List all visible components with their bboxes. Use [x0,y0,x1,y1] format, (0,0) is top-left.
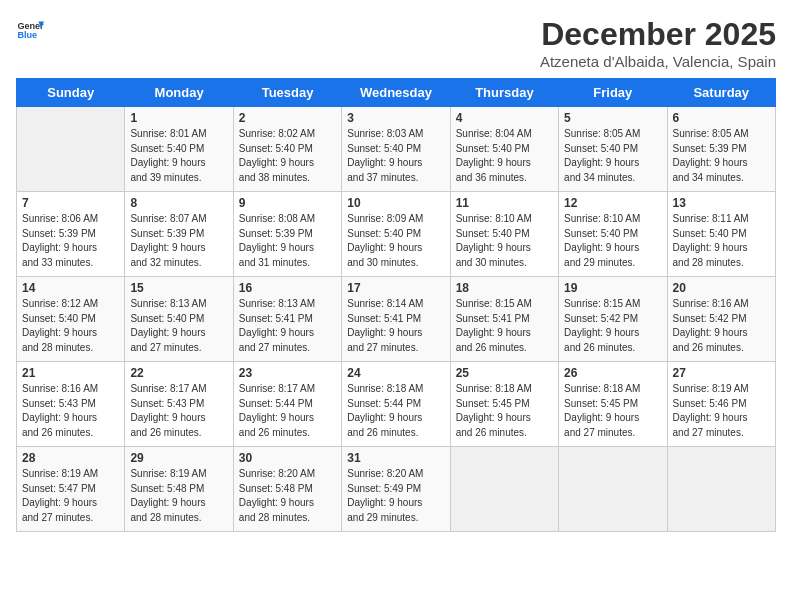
day-info: Sunrise: 8:12 AM Sunset: 5:40 PM Dayligh… [22,297,119,355]
day-number: 30 [239,451,336,465]
day-number: 15 [130,281,227,295]
calendar-cell: 10Sunrise: 8:09 AM Sunset: 5:40 PM Dayli… [342,192,450,277]
day-info: Sunrise: 8:19 AM Sunset: 5:47 PM Dayligh… [22,467,119,525]
day-info: Sunrise: 8:14 AM Sunset: 5:41 PM Dayligh… [347,297,444,355]
calendar-cell: 13Sunrise: 8:11 AM Sunset: 5:40 PM Dayli… [667,192,775,277]
day-info: Sunrise: 8:07 AM Sunset: 5:39 PM Dayligh… [130,212,227,270]
day-info: Sunrise: 8:03 AM Sunset: 5:40 PM Dayligh… [347,127,444,185]
logo: General Blue [16,16,48,44]
calendar-week-row: 14Sunrise: 8:12 AM Sunset: 5:40 PM Dayli… [17,277,776,362]
header-day: Thursday [450,79,558,107]
day-number: 22 [130,366,227,380]
day-number: 2 [239,111,336,125]
day-number: 9 [239,196,336,210]
calendar-table: SundayMondayTuesdayWednesdayThursdayFrid… [16,78,776,532]
day-info: Sunrise: 8:17 AM Sunset: 5:43 PM Dayligh… [130,382,227,440]
day-info: Sunrise: 8:02 AM Sunset: 5:40 PM Dayligh… [239,127,336,185]
day-info: Sunrise: 8:16 AM Sunset: 5:42 PM Dayligh… [673,297,770,355]
day-info: Sunrise: 8:13 AM Sunset: 5:40 PM Dayligh… [130,297,227,355]
calendar-cell: 18Sunrise: 8:15 AM Sunset: 5:41 PM Dayli… [450,277,558,362]
day-info: Sunrise: 8:19 AM Sunset: 5:46 PM Dayligh… [673,382,770,440]
calendar-cell: 27Sunrise: 8:19 AM Sunset: 5:46 PM Dayli… [667,362,775,447]
day-info: Sunrise: 8:08 AM Sunset: 5:39 PM Dayligh… [239,212,336,270]
calendar-cell: 21Sunrise: 8:16 AM Sunset: 5:43 PM Dayli… [17,362,125,447]
header-day: Tuesday [233,79,341,107]
calendar-cell [17,107,125,192]
day-number: 23 [239,366,336,380]
calendar-week-row: 21Sunrise: 8:16 AM Sunset: 5:43 PM Dayli… [17,362,776,447]
day-number: 24 [347,366,444,380]
calendar-cell: 3Sunrise: 8:03 AM Sunset: 5:40 PM Daylig… [342,107,450,192]
day-number: 16 [239,281,336,295]
calendar-cell: 1Sunrise: 8:01 AM Sunset: 5:40 PM Daylig… [125,107,233,192]
svg-text:Blue: Blue [17,30,37,40]
day-info: Sunrise: 8:16 AM Sunset: 5:43 PM Dayligh… [22,382,119,440]
day-number: 19 [564,281,661,295]
day-info: Sunrise: 8:18 AM Sunset: 5:44 PM Dayligh… [347,382,444,440]
day-info: Sunrise: 8:20 AM Sunset: 5:49 PM Dayligh… [347,467,444,525]
day-info: Sunrise: 8:19 AM Sunset: 5:48 PM Dayligh… [130,467,227,525]
calendar-cell: 9Sunrise: 8:08 AM Sunset: 5:39 PM Daylig… [233,192,341,277]
calendar-cell: 29Sunrise: 8:19 AM Sunset: 5:48 PM Dayli… [125,447,233,532]
day-info: Sunrise: 8:15 AM Sunset: 5:42 PM Dayligh… [564,297,661,355]
day-info: Sunrise: 8:17 AM Sunset: 5:44 PM Dayligh… [239,382,336,440]
calendar-cell: 23Sunrise: 8:17 AM Sunset: 5:44 PM Dayli… [233,362,341,447]
calendar-week-row: 28Sunrise: 8:19 AM Sunset: 5:47 PM Dayli… [17,447,776,532]
day-info: Sunrise: 8:10 AM Sunset: 5:40 PM Dayligh… [564,212,661,270]
header-day: Friday [559,79,667,107]
calendar-cell: 5Sunrise: 8:05 AM Sunset: 5:40 PM Daylig… [559,107,667,192]
calendar-cell: 20Sunrise: 8:16 AM Sunset: 5:42 PM Dayli… [667,277,775,362]
calendar-cell: 12Sunrise: 8:10 AM Sunset: 5:40 PM Dayli… [559,192,667,277]
calendar-cell: 28Sunrise: 8:19 AM Sunset: 5:47 PM Dayli… [17,447,125,532]
calendar-cell: 25Sunrise: 8:18 AM Sunset: 5:45 PM Dayli… [450,362,558,447]
day-number: 25 [456,366,553,380]
day-number: 7 [22,196,119,210]
day-info: Sunrise: 8:09 AM Sunset: 5:40 PM Dayligh… [347,212,444,270]
calendar-week-row: 1Sunrise: 8:01 AM Sunset: 5:40 PM Daylig… [17,107,776,192]
day-info: Sunrise: 8:04 AM Sunset: 5:40 PM Dayligh… [456,127,553,185]
day-number: 17 [347,281,444,295]
day-number: 10 [347,196,444,210]
calendar-cell [559,447,667,532]
header-day: Saturday [667,79,775,107]
day-number: 27 [673,366,770,380]
calendar-body: 1Sunrise: 8:01 AM Sunset: 5:40 PM Daylig… [17,107,776,532]
calendar-cell: 7Sunrise: 8:06 AM Sunset: 5:39 PM Daylig… [17,192,125,277]
logo-icon: General Blue [16,16,44,44]
day-number: 31 [347,451,444,465]
calendar-cell [667,447,775,532]
calendar-cell: 30Sunrise: 8:20 AM Sunset: 5:48 PM Dayli… [233,447,341,532]
calendar-cell: 14Sunrise: 8:12 AM Sunset: 5:40 PM Dayli… [17,277,125,362]
title-block: December 2025 Atzeneta d'Albaida, Valenc… [540,16,776,70]
day-number: 1 [130,111,227,125]
calendar-header: SundayMondayTuesdayWednesdayThursdayFrid… [17,79,776,107]
calendar-cell: 6Sunrise: 8:05 AM Sunset: 5:39 PM Daylig… [667,107,775,192]
header-day: Monday [125,79,233,107]
calendar-cell: 4Sunrise: 8:04 AM Sunset: 5:40 PM Daylig… [450,107,558,192]
calendar-cell: 2Sunrise: 8:02 AM Sunset: 5:40 PM Daylig… [233,107,341,192]
day-number: 29 [130,451,227,465]
day-info: Sunrise: 8:18 AM Sunset: 5:45 PM Dayligh… [564,382,661,440]
header-day: Wednesday [342,79,450,107]
day-info: Sunrise: 8:11 AM Sunset: 5:40 PM Dayligh… [673,212,770,270]
day-number: 14 [22,281,119,295]
calendar-cell [450,447,558,532]
day-number: 11 [456,196,553,210]
location: Atzeneta d'Albaida, Valencia, Spain [540,53,776,70]
day-number: 26 [564,366,661,380]
calendar-cell: 17Sunrise: 8:14 AM Sunset: 5:41 PM Dayli… [342,277,450,362]
header-day: Sunday [17,79,125,107]
calendar-cell: 15Sunrise: 8:13 AM Sunset: 5:40 PM Dayli… [125,277,233,362]
calendar-cell: 22Sunrise: 8:17 AM Sunset: 5:43 PM Dayli… [125,362,233,447]
header-row: SundayMondayTuesdayWednesdayThursdayFrid… [17,79,776,107]
day-info: Sunrise: 8:05 AM Sunset: 5:39 PM Dayligh… [673,127,770,185]
day-info: Sunrise: 8:06 AM Sunset: 5:39 PM Dayligh… [22,212,119,270]
day-info: Sunrise: 8:15 AM Sunset: 5:41 PM Dayligh… [456,297,553,355]
calendar-cell: 8Sunrise: 8:07 AM Sunset: 5:39 PM Daylig… [125,192,233,277]
day-number: 6 [673,111,770,125]
day-number: 5 [564,111,661,125]
day-number: 8 [130,196,227,210]
day-number: 20 [673,281,770,295]
calendar-cell: 26Sunrise: 8:18 AM Sunset: 5:45 PM Dayli… [559,362,667,447]
calendar-cell: 11Sunrise: 8:10 AM Sunset: 5:40 PM Dayli… [450,192,558,277]
